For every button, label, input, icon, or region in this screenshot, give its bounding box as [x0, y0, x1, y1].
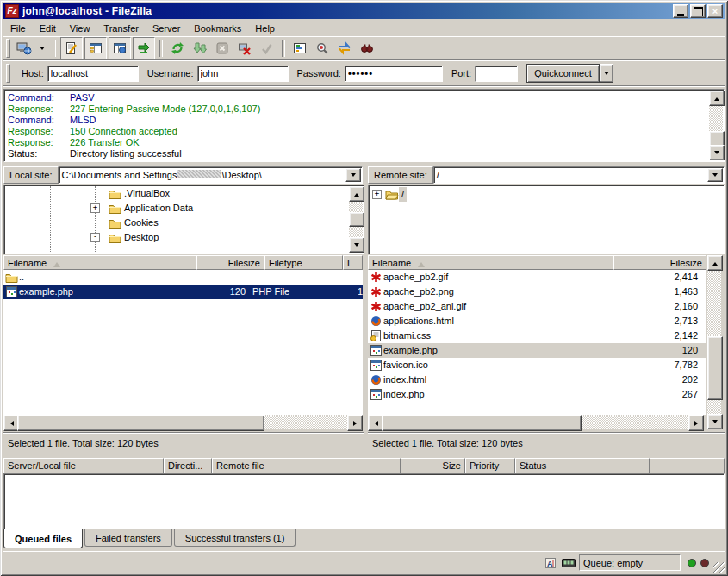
scroll-up-button[interactable]	[709, 91, 725, 106]
remote-list-vscrollbar[interactable]	[707, 255, 721, 429]
scroll-thumb[interactable]	[17, 415, 264, 431]
encoding-indicator-icon[interactable]: A	[543, 556, 558, 570]
column-header-direction[interactable]: Directi...	[164, 458, 212, 473]
maximize-button[interactable]	[690, 4, 706, 18]
title-bar[interactable]: Fz john@localhost - FileZilla ×	[3, 3, 725, 19]
scroll-down-button[interactable]	[349, 237, 364, 253]
file-row[interactable]: favicon.ico 7,782	[368, 358, 706, 373]
file-row[interactable]: apache_pb2.gif 2,414	[368, 270, 706, 285]
local-site-combobox[interactable]: C:\Documents and Settings\Desktop\	[59, 166, 363, 184]
transfer-queue-body[interactable]	[3, 473, 725, 529]
quickconnect-grip[interactable]	[6, 64, 10, 83]
scroll-down-button[interactable]	[709, 145, 725, 160]
collapse-icon[interactable]: -	[90, 233, 100, 242]
cancel-operation-button[interactable]	[212, 38, 233, 59]
scroll-right-button[interactable]	[347, 415, 363, 431]
column-header-filetype[interactable]: Filetype	[264, 255, 343, 270]
file-row-selected[interactable]: example.php 120	[368, 343, 706, 358]
column-header-status[interactable]: Status	[515, 458, 650, 473]
menu-view[interactable]: View	[63, 22, 97, 35]
folder-icon	[109, 218, 121, 229]
directory-listing-filters-button[interactable]	[289, 38, 310, 59]
remote-site-combobox[interactable]: /	[433, 166, 725, 184]
remote-list-hscrollbar[interactable]	[368, 415, 704, 429]
tree-item-cookies[interactable]: Cookies	[5, 216, 348, 230]
column-header-filename[interactable]: Filename	[368, 255, 613, 270]
column-header-filesize[interactable]: Filesize	[613, 255, 706, 270]
minimize-button[interactable]	[673, 4, 688, 18]
scroll-right-button[interactable]	[688, 415, 704, 431]
arrow-up-icon	[354, 191, 359, 197]
column-header-server-local-file[interactable]: Server/Local file	[3, 458, 164, 473]
column-header-priority[interactable]: Priority	[465, 458, 515, 473]
expand-icon[interactable]: +	[90, 203, 100, 213]
column-header-size[interactable]: Size	[401, 458, 465, 473]
site-manager-icon	[16, 41, 32, 56]
file-row[interactable]: apache_pb2_ani.gif 2,160	[368, 299, 706, 314]
toggle-local-tree-icon	[89, 41, 103, 55]
scroll-up-button[interactable]	[707, 255, 723, 271]
tab-queued-files[interactable]: Queued files	[3, 529, 83, 548]
site-manager-button[interactable]	[14, 38, 34, 59]
tab-failed-transfers[interactable]: Failed transfers	[84, 529, 172, 547]
scroll-thumb[interactable]	[707, 336, 723, 400]
app-icon[interactable]: Fz	[5, 4, 19, 18]
file-row[interactable]: applications.html 2,713	[368, 314, 706, 329]
local-site-dropdown-button[interactable]	[345, 168, 361, 182]
scroll-thumb[interactable]	[382, 415, 582, 431]
quickconnect-dropdown-button[interactable]	[600, 64, 613, 83]
quickconnect-button[interactable]: Quickconnect	[526, 64, 600, 83]
column-header-lastmodified[interactable]: L	[343, 255, 363, 270]
menu-server[interactable]: Server	[146, 22, 187, 35]
file-row[interactable]: bitnami.css 2,142	[368, 329, 706, 343]
file-row[interactable]: index.html 202	[368, 373, 706, 387]
file-row[interactable]: index.php 267	[368, 387, 706, 402]
menu-transfer[interactable]: Transfer	[96, 22, 146, 35]
log-scrollbar[interactable]	[709, 91, 723, 160]
find-files-button[interactable]	[357, 38, 377, 59]
local-list-hscrollbar[interactable]	[3, 415, 363, 429]
resize-grip[interactable]	[713, 562, 725, 573]
process-queue-button[interactable]	[190, 38, 210, 59]
toggle-local-tree-button[interactable]	[84, 37, 107, 59]
toggle-remote-tree-button[interactable]	[109, 37, 131, 59]
column-header-filesize[interactable]: Filesize	[196, 255, 264, 270]
expand-icon[interactable]: +	[372, 190, 382, 199]
port-input[interactable]	[475, 66, 518, 82]
tree-item-application-data[interactable]: + Application Data	[5, 201, 348, 216]
remote-site-dropdown-button[interactable]	[707, 168, 723, 182]
reconnect-button[interactable]	[257, 38, 277, 59]
speed-limit-indicator-icon[interactable]	[561, 556, 576, 570]
menu-edit[interactable]: Edit	[33, 22, 63, 35]
directory-comparison-button[interactable]	[312, 38, 333, 59]
password-input[interactable]	[345, 66, 443, 82]
tree-item-root[interactable]: + /	[369, 187, 724, 202]
toggle-message-log-button[interactable]	[60, 37, 83, 59]
toolbar-grip[interactable]	[6, 39, 10, 58]
file-row-selected[interactable]: example.php 120 PHP File 1	[3, 285, 363, 299]
local-tree-scrollbar[interactable]	[349, 186, 363, 253]
tree-item-desktop[interactable]: - Desktop	[5, 230, 348, 245]
tab-successful-transfers[interactable]: Successful transfers (1)	[174, 529, 296, 547]
column-header-filename[interactable]: Filename	[3, 255, 196, 270]
toggle-transfer-queue-button[interactable]	[133, 37, 155, 59]
toolbar-separator	[282, 40, 285, 57]
column-header-remote-file[interactable]: Remote file	[212, 458, 401, 473]
site-manager-dropdown-button[interactable]	[36, 38, 48, 59]
host-input[interactable]	[47, 66, 139, 82]
file-row[interactable]: apache_pb2.png 1,463	[368, 285, 706, 299]
close-button[interactable]: ×	[707, 4, 723, 18]
synchronized-browsing-button[interactable]	[334, 38, 355, 59]
file-row-parent[interactable]: ..	[3, 270, 363, 285]
menu-help[interactable]: Help	[248, 22, 282, 35]
username-input[interactable]	[197, 66, 289, 82]
scroll-down-button[interactable]	[707, 414, 723, 429]
arrow-down-icon	[714, 151, 719, 157]
scroll-up-button[interactable]	[349, 186, 364, 202]
refresh-button[interactable]	[167, 38, 188, 59]
scroll-thumb[interactable]	[349, 212, 364, 227]
disconnect-button[interactable]	[234, 38, 255, 59]
menu-file[interactable]: File	[3, 22, 33, 35]
tree-item-virtualbox[interactable]: .VirtualBox	[5, 186, 348, 201]
menu-bookmarks[interactable]: Bookmarks	[187, 22, 248, 35]
